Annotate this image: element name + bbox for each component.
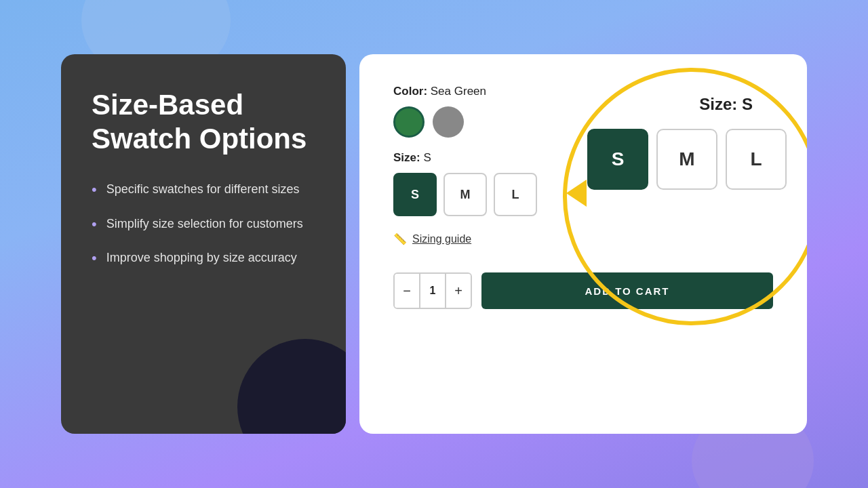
page-title: Size-BasedSwatch Options: [92, 88, 315, 157]
highlight-arrow: [566, 180, 587, 207]
quantity-increase-button[interactable]: +: [446, 272, 471, 309]
color-swatch-green[interactable]: [393, 106, 425, 138]
zoomed-size-buttons: S M L: [587, 129, 787, 190]
quantity-decrease-button[interactable]: −: [395, 272, 419, 309]
color-swatch-gray[interactable]: [433, 106, 464, 138]
size-btn-s[interactable]: S: [393, 173, 437, 216]
cart-section: − 1 + ADD TO CART: [393, 272, 773, 309]
quantity-value: 1: [419, 274, 446, 308]
zoomed-size-label: Size: S: [699, 95, 753, 114]
sizing-guide-link[interactable]: Sizing guide: [412, 233, 471, 245]
right-panel: Size: S S M L Color: Sea Green Size: S: [359, 54, 807, 434]
quantity-control: − 1 +: [393, 272, 472, 309]
zoomed-size-btn-m[interactable]: M: [656, 129, 717, 190]
sizing-guide[interactable]: 📏 Sizing guide: [393, 232, 773, 245]
size-value: S: [423, 151, 431, 164]
main-container: Size-BasedSwatch Options Specific swatch…: [61, 54, 807, 434]
zoomed-size-btn-s[interactable]: S: [587, 129, 648, 190]
left-panel-decoration: [237, 339, 346, 434]
left-panel: Size-BasedSwatch Options Specific swatch…: [61, 54, 346, 434]
feature-item-3: Improve shopping by size accuracy: [92, 249, 315, 269]
ruler-icon: 📏: [393, 232, 407, 245]
zoomed-size-btn-l[interactable]: L: [726, 129, 787, 190]
size-btn-l[interactable]: L: [494, 173, 537, 216]
add-to-cart-button[interactable]: ADD TO CART: [481, 272, 773, 309]
size-btn-m[interactable]: M: [443, 173, 487, 216]
feature-item-1: Specific swatches for different sizes: [92, 181, 315, 201]
feature-list: Specific swatches for different sizes Si…: [92, 181, 315, 269]
color-value: Sea Green: [431, 85, 486, 98]
feature-item-2: Simplify size selection for customers: [92, 216, 315, 235]
